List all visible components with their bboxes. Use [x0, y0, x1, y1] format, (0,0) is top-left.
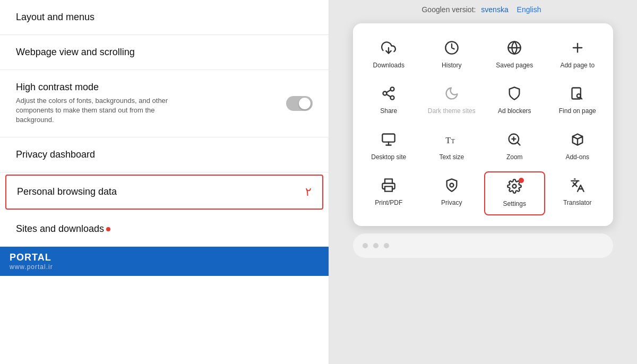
print-icon: [381, 178, 396, 196]
menu-popup: DownloadsHistorySaved pagesAdd page toSh…: [353, 23, 613, 226]
text-size-icon: TT: [444, 132, 459, 150]
menu-item-ad-blockers[interactable]: Ad blockers: [484, 80, 545, 121]
search-doc-icon: [570, 86, 585, 104]
menu-item-translator[interactable]: Translator: [547, 171, 608, 215]
menu-item-settings[interactable]: Settings: [484, 171, 545, 215]
svg-text:T: T: [451, 138, 455, 145]
menu-item-label: Ad blockers: [498, 107, 531, 115]
sidebar-item-layout-menus[interactable]: Layout and menus: [0, 0, 329, 35]
version-bar: Googlen versiot: svenska English: [421, 5, 544, 14]
menu-item-label: Add-ons: [565, 153, 589, 161]
menu-item-text-size[interactable]: TTText size: [421, 126, 483, 167]
browser-dot-3: [384, 243, 389, 248]
download-icon: [381, 40, 396, 58]
menu-item-share[interactable]: Share: [358, 80, 419, 121]
portal-url: www.portal.ir: [10, 263, 53, 271]
sidebar-item-webpage-view[interactable]: Webpage view and scrolling: [0, 35, 329, 70]
browser-dot-1: [363, 243, 368, 248]
translate-icon: [570, 178, 585, 196]
svg-line-10: [386, 90, 391, 93]
sidebar-item-sites-downloads[interactable]: Sites and downloads: [0, 212, 329, 247]
menu-item-find-on-page[interactable]: Find on page: [547, 80, 608, 121]
privacy-icon: [444, 178, 459, 196]
menu-item-privacy[interactable]: Privacy: [421, 171, 483, 215]
menu-item-label: Downloads: [373, 62, 404, 69]
svg-point-25: [513, 185, 517, 188]
svg-line-20: [518, 142, 520, 145]
menu-item-history[interactable]: History: [421, 34, 483, 75]
menu-item-add-page-to[interactable]: Add page to: [547, 34, 608, 75]
sidebar-item-privacy-dashboard[interactable]: Privacy dashboard: [0, 137, 329, 172]
puzzle-icon: [570, 132, 585, 150]
menu-item-desktop-site[interactable]: Desktop site: [358, 126, 419, 167]
browser-dot-2: [373, 243, 378, 248]
menu-item-label: Add page to: [560, 62, 595, 69]
settings-item-title: Sites and downloads: [16, 223, 104, 234]
menu-item-saved-pages[interactable]: Saved pages: [484, 34, 545, 75]
sidebar-item-personal-browsing[interactable]: Personal browsing data ۲: [5, 175, 323, 210]
menu-item-dark-theme-sites[interactable]: Dark theme sites: [421, 80, 483, 121]
toggle-knob: [299, 98, 311, 109]
menu-item-add-ons[interactable]: Add-ons: [547, 126, 608, 167]
menu-item-label: Print/PDF: [375, 199, 402, 206]
svg-point-24: [450, 184, 453, 187]
svg-rect-14: [383, 134, 395, 142]
settings-item-title: Webpage view and scrolling: [16, 47, 135, 57]
desktop-icon: [381, 132, 396, 150]
history-icon: [444, 40, 459, 58]
menu-item-print-pdf[interactable]: Print/PDF: [358, 171, 419, 215]
badge: ۲: [305, 185, 312, 199]
settings-item-title: High contrast mode: [16, 82, 186, 93]
sidebar-item-high-contrast[interactable]: High contrast mode Adjust the colors of …: [0, 70, 329, 137]
left-panel: Layout and menusWebpage view and scrolli…: [0, 0, 329, 364]
plus-icon: [570, 40, 585, 58]
menu-item-label: History: [442, 62, 461, 69]
portal-bar: PORTAL www.portal.ir: [0, 247, 329, 276]
menu-item-label: Dark theme sites: [428, 107, 476, 115]
menu-item-zoom[interactable]: Zoom: [484, 126, 545, 167]
settings-item-title: Layout and menus: [16, 12, 94, 22]
zoom-icon: [507, 132, 522, 150]
menu-item-label: Share: [380, 107, 397, 115]
menu-item-downloads[interactable]: Downloads: [358, 34, 419, 75]
share-icon: [381, 86, 396, 104]
settings-item-title: Privacy dashboard: [16, 149, 95, 160]
moon-icon: [444, 86, 459, 104]
right-panel: Googlen versiot: svenska English Downloa…: [329, 0, 637, 364]
browser-bar: [353, 233, 613, 258]
notification-dot: [519, 178, 524, 183]
menu-item-label: Saved pages: [496, 62, 533, 69]
svg-rect-23: [385, 187, 392, 192]
menu-item-label: Desktop site: [371, 153, 406, 161]
svg-line-9: [386, 94, 391, 97]
english-link[interactable]: English: [517, 5, 541, 14]
shield-icon: [507, 86, 522, 104]
menu-item-label: Find on page: [559, 107, 596, 115]
menu-grid: DownloadsHistorySaved pagesAdd page toSh…: [358, 34, 608, 215]
menu-item-label: Privacy: [441, 199, 462, 206]
menu-item-label: Translator: [563, 199, 592, 206]
menu-item-label: Settings: [503, 200, 526, 207]
menu-item-label: Text size: [439, 153, 464, 161]
toggle-switch[interactable]: [286, 96, 313, 111]
portal-label: PORTAL: [10, 252, 51, 263]
version-text: Googlen versiot:: [421, 5, 476, 14]
svg-text:T: T: [445, 135, 451, 145]
svenska-link[interactable]: svenska: [481, 5, 508, 14]
notification-dot: [106, 227, 110, 231]
settings-icon: [507, 179, 522, 197]
settings-item-desc: Adjust the colors of fonts, backgrounds,…: [16, 96, 186, 125]
menu-item-label: Zoom: [506, 153, 523, 161]
settings-item-title: Personal browsing data: [17, 186, 117, 197]
globe-bookmark-icon: [507, 40, 522, 58]
